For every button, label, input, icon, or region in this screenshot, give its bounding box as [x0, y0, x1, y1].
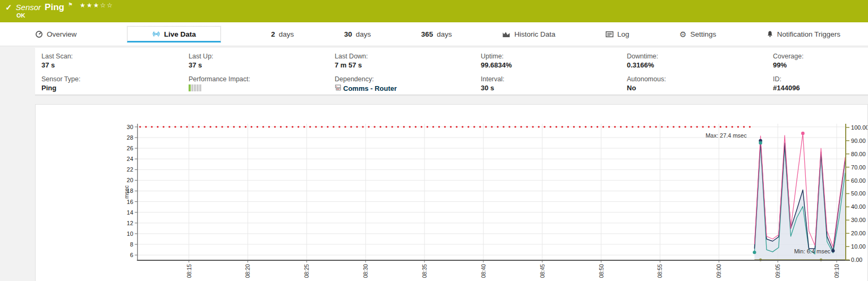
limit-dot	[380, 126, 381, 127]
bell-icon	[767, 30, 773, 38]
info-dependency: Dependency: Comms - Router	[335, 75, 481, 92]
limit-dot	[749, 126, 751, 127]
left-tick-label: 12	[127, 220, 133, 226]
right-tick-label: 50.00	[851, 190, 865, 197]
limit-dot	[550, 126, 551, 127]
tab-log[interactable]: Log	[606, 30, 629, 38]
dependency-link[interactable]: Comms - Router	[343, 84, 397, 92]
limit-dot	[479, 126, 481, 127]
limit-dot	[186, 126, 188, 127]
gear-icon: ⚙	[679, 30, 686, 38]
tab-day-count: 365	[421, 30, 433, 38]
limit-dot	[714, 126, 716, 127]
device-icon	[335, 84, 342, 92]
right-tick-label: 40.00	[851, 203, 865, 210]
info-coverage: Coverage: 99%	[773, 53, 868, 69]
limit-dot	[485, 126, 487, 127]
tab-30-days[interactable]: 30 days	[344, 30, 371, 38]
limit-dot	[684, 126, 686, 127]
limit-dot	[720, 126, 721, 127]
limit-dot	[696, 126, 697, 127]
left-tick-label: 22	[127, 166, 133, 173]
info-label: Last Up:	[189, 53, 335, 60]
limit-dot	[508, 126, 510, 127]
status-badge: OK	[0, 12, 868, 19]
limit-dot	[274, 126, 276, 127]
info-label: Coverage:	[773, 53, 868, 60]
limit-dot	[514, 126, 516, 127]
impact-bar	[194, 84, 196, 91]
limit-dot	[456, 126, 457, 127]
info-autonomous: Autonomous: No	[627, 75, 773, 92]
limit-dot	[620, 126, 622, 127]
right-tick-label: 70.00	[851, 164, 865, 171]
limit-dot	[198, 126, 199, 127]
tab-live-data[interactable]: Live Data	[127, 26, 221, 42]
limit-dot	[180, 126, 182, 127]
tab-historic-data[interactable]: Historic Data	[502, 30, 555, 38]
limit-dot	[386, 126, 387, 127]
left-tick-label: 24	[127, 156, 133, 162]
limit-dot	[227, 126, 229, 127]
limit-dot	[286, 126, 287, 127]
limit-dot	[333, 126, 334, 127]
tab-label: Historic Data	[514, 30, 555, 38]
x-tick-label: 09:10	[834, 264, 840, 278]
limit-dot	[292, 126, 293, 127]
limit-dot	[444, 126, 446, 127]
area-chart-icon	[502, 31, 510, 38]
x-tick-label: 08:40	[481, 264, 487, 278]
tab-day-count: 2	[271, 30, 275, 38]
tab-label: Settings	[690, 30, 716, 38]
info-label: Last Down:	[335, 53, 481, 60]
limit-dot	[415, 126, 416, 127]
tab-settings[interactable]: ⚙ Settings	[679, 30, 716, 38]
impact-bar	[199, 84, 201, 91]
limit-dot	[655, 126, 657, 127]
limit-dot	[344, 126, 346, 127]
star-rating[interactable]: ★★★☆☆	[80, 2, 114, 9]
y-axis-title: msec	[124, 185, 130, 199]
tab-overview[interactable]: Overview	[35, 30, 76, 38]
info-sensor-type: Sensor Type: Ping	[41, 75, 189, 92]
limit-dot	[157, 126, 158, 127]
limit-dot	[585, 126, 586, 127]
limit-dot	[427, 126, 428, 127]
tab-label: days	[437, 30, 452, 38]
limit-dot	[608, 126, 610, 127]
live-data-chart[interactable]: 302826242220181614121086msec100.0090.008…	[36, 105, 867, 281]
x-tick-label: 09:00	[716, 264, 722, 278]
tab-2-days[interactable]: 2 days	[271, 30, 294, 38]
flag-icon[interactable]: ⚑	[68, 2, 73, 7]
limit-dot	[297, 126, 299, 127]
tab-notification-triggers[interactable]: Notification Triggers	[767, 30, 840, 38]
limit-dot	[209, 126, 211, 127]
impact-bar	[197, 84, 199, 91]
limit-dot	[268, 126, 270, 127]
limit-dot	[168, 126, 170, 127]
limit-dot	[690, 126, 692, 127]
min-annotation: Min: 6.4 msec	[794, 248, 831, 254]
right-tick-label: 100.00	[851, 124, 867, 131]
limit-dot	[579, 126, 581, 127]
info-downtime: Downtime: 0.3166%	[627, 53, 773, 69]
info-label: Downtime:	[627, 53, 773, 60]
left-tick-label: 26	[127, 145, 133, 151]
limit-dot	[303, 126, 305, 127]
info-value: 99.6834%	[481, 61, 627, 69]
x-tick-label: 09:05	[775, 264, 781, 278]
limit-dot	[233, 126, 235, 127]
limit-dot	[432, 126, 434, 127]
limit-dot	[403, 126, 405, 127]
limit-dot	[450, 126, 452, 127]
info-id: ID: #144096	[773, 75, 868, 92]
limit-dot	[462, 126, 463, 127]
limit-dot	[708, 126, 710, 127]
info-interval: Interval: 30 s	[481, 75, 627, 92]
ping-average-marker	[831, 249, 835, 252]
limit-dot	[497, 126, 498, 127]
limit-dot	[315, 126, 317, 127]
limit-dot	[632, 126, 633, 127]
tab-365-days[interactable]: 365 days	[421, 30, 452, 38]
tab-label: Live Data	[164, 30, 196, 38]
